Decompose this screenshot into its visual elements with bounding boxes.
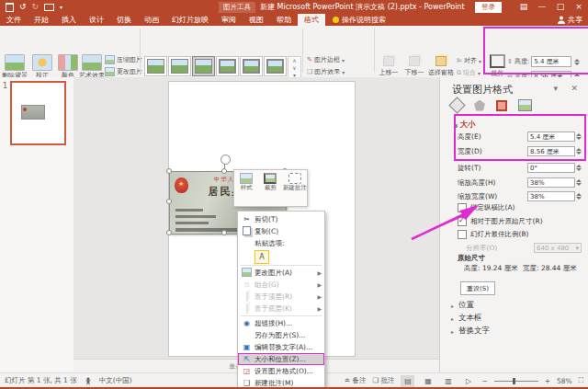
picture-style-thumb-selected[interactable]: [192, 56, 215, 76]
pane-close-icon[interactable]: ✕: [571, 84, 578, 93]
redo-icon[interactable]: ↻: [32, 3, 40, 11]
menu-item-edit-alt-text[interactable]: ▣编辑替换文字(A)...: [238, 341, 324, 353]
tab-format[interactable]: 格式: [298, 14, 325, 26]
tab-file[interactable]: 文件: [0, 14, 28, 26]
pane-height-spinner[interactable]: [576, 133, 582, 140]
compress-pictures-button[interactable]: 压缩图片: [105, 54, 142, 65]
start-slideshow-icon[interactable]: [44, 4, 54, 11]
resize-handle-w[interactable]: [166, 199, 172, 204]
relative-to-original-checkbox[interactable]: 相对于图片原始尺寸(R): [458, 217, 543, 226]
zoom-level[interactable]: 58%: [557, 377, 572, 385]
pane-rotation-input[interactable]: 0°: [527, 163, 575, 173]
menu-item-copy[interactable]: 复制(C): [238, 225, 324, 237]
comments-toggle[interactable]: ❑ 批注: [372, 376, 394, 385]
tab-design[interactable]: 设计: [83, 14, 110, 26]
section-text-box[interactable]: ▸ 文本框: [451, 313, 482, 324]
resolution-dropdown[interactable]: 640 x 480▾: [534, 243, 582, 253]
change-picture-button[interactable]: 更改图片▾: [105, 66, 147, 77]
remove-background-button[interactable]: 删除背景: [2, 54, 28, 79]
reading-view-button[interactable]: ▥: [441, 375, 455, 387]
gallery-down-icon[interactable]: ∨: [288, 64, 300, 72]
mini-new-comment-button[interactable]: 新建批注: [283, 170, 307, 206]
customize-qat-icon[interactable]: ▾: [60, 3, 62, 11]
pane-scale-width-input[interactable]: 38%: [527, 191, 575, 201]
pane-width-input[interactable]: 8.56 厘米: [527, 146, 575, 156]
height-spinner[interactable]: [574, 59, 580, 65]
accessibility-icon[interactable]: [85, 377, 92, 385]
pane-width-spinner[interactable]: [576, 148, 582, 154]
menu-item-bring-to-front[interactable]: 置于顶层(R)▶: [238, 291, 324, 303]
tab-help[interactable]: 帮助: [270, 14, 298, 26]
fill-line-icon[interactable]: [448, 97, 465, 113]
align-button[interactable]: ⊫对齐▾: [457, 55, 481, 66]
size-section-header[interactable]: ◢ 大小: [453, 120, 476, 131]
slide-sorter-view-button[interactable]: ▦: [421, 375, 435, 387]
resize-handle-s[interactable]: [221, 230, 227, 235]
mini-crop-button[interactable]: 裁剪: [258, 170, 282, 206]
picture-icon[interactable]: [518, 99, 532, 111]
tab-slideshow[interactable]: 幻灯片放映: [165, 14, 215, 26]
picture-style-thumb[interactable]: [216, 56, 239, 76]
picture-effects-button[interactable]: ❏图片效果▾: [307, 66, 345, 77]
resize-handle-nw[interactable]: [166, 168, 172, 174]
zoom-in-icon[interactable]: +: [545, 377, 550, 385]
menu-item-cut[interactable]: ✂剪切(T): [238, 213, 324, 225]
minimize-button[interactable]: —: [533, 0, 551, 14]
size-properties-icon-selected[interactable]: [496, 100, 507, 111]
tab-animations[interactable]: 动画: [138, 14, 165, 26]
mini-styles-button[interactable]: 样式: [234, 170, 258, 206]
zoom-out-icon[interactable]: −: [481, 377, 487, 385]
language-indicator[interactable]: 中文(中国): [99, 376, 132, 385]
resize-handle-sw[interactable]: [166, 230, 172, 235]
picture-style-thumb[interactable]: [240, 56, 263, 76]
section-alt-text[interactable]: ▸ 替换文字: [451, 326, 490, 337]
pane-rotation-spinner[interactable]: [576, 165, 582, 171]
section-position[interactable]: ▸ 位置: [451, 300, 474, 311]
tell-me-search[interactable]: 操作说明搜索: [325, 14, 393, 26]
menu-item-new-comment[interactable]: ❑新建批注(M): [238, 377, 324, 389]
effects-icon[interactable]: [474, 100, 485, 111]
slide-thumbnail-1[interactable]: [10, 81, 66, 145]
selection-pane-button[interactable]: 选择窗格: [428, 54, 454, 76]
pane-scale-height-spinner[interactable]: [576, 179, 582, 186]
tab-insert[interactable]: 插入: [55, 14, 83, 26]
menu-item-size-and-position[interactable]: ⇱大小和位置(Z)...: [238, 353, 324, 365]
lock-aspect-ratio-checkbox[interactable]: 锁定纵横比(A): [458, 203, 514, 212]
picture-border-button[interactable]: ✎图片边框▾: [307, 54, 345, 65]
maximize-button[interactable]: □: [551, 0, 570, 14]
pane-scale-height-input[interactable]: 38%: [527, 177, 575, 188]
tab-view[interactable]: 视图: [243, 14, 270, 26]
sign-in-button[interactable]: 登录: [475, 2, 502, 13]
menu-item-change-picture[interactable]: 更改图片(A)▶: [238, 267, 324, 279]
best-scale-checkbox[interactable]: 幻灯片最佳比例(B): [458, 230, 529, 239]
slideshow-view-button[interactable]: ▷: [461, 375, 475, 387]
rotation-handle[interactable]: [220, 154, 231, 165]
picture-style-thumb[interactable]: [168, 56, 191, 76]
gallery-up-icon[interactable]: ∧: [288, 57, 300, 64]
tab-transitions[interactable]: 切换: [110, 14, 138, 26]
reset-button[interactable]: 重设(S): [460, 281, 495, 295]
picture-style-thumb[interactable]: [144, 56, 167, 76]
menu-item-send-to-back[interactable]: 置于底层(K)▶: [238, 303, 324, 315]
menu-item-group[interactable]: ⧉组合(G)▶: [238, 279, 324, 291]
pane-height-input[interactable]: 5.4 厘米: [527, 132, 575, 142]
normal-view-button[interactable]: ▤: [401, 375, 414, 387]
menu-item-save-as-picture[interactable]: 另存为图片(S)...: [238, 329, 324, 341]
close-button[interactable]: ×: [570, 0, 588, 14]
zoom-slider-thumb[interactable]: [513, 378, 515, 384]
tab-review[interactable]: 审阅: [215, 14, 243, 26]
pane-options-icon[interactable]: ▾: [553, 84, 558, 93]
share-button[interactable]: 共享: [558, 14, 582, 26]
menu-item-format-picture[interactable]: ◲设置图片格式(O)...: [238, 365, 324, 377]
zoom-slider[interactable]: [494, 381, 538, 382]
save-icon[interactable]: [6, 3, 14, 12]
resize-handle-n[interactable]: [221, 168, 227, 174]
ribbon-display-options-icon[interactable]: ▤: [514, 0, 533, 14]
paste-keep-formatting-icon[interactable]: A: [254, 250, 269, 264]
notes-toggle[interactable]: ≐ 备注: [345, 376, 367, 385]
fit-to-window-icon[interactable]: ⛶: [579, 376, 583, 385]
tab-home[interactable]: 开始: [28, 14, 55, 26]
height-input[interactable]: 5.4 厘米: [531, 56, 571, 67]
menu-item-hyperlink[interactable]: ◉超链接(H)...: [238, 317, 324, 329]
undo-icon[interactable]: ↺: [19, 3, 27, 11]
